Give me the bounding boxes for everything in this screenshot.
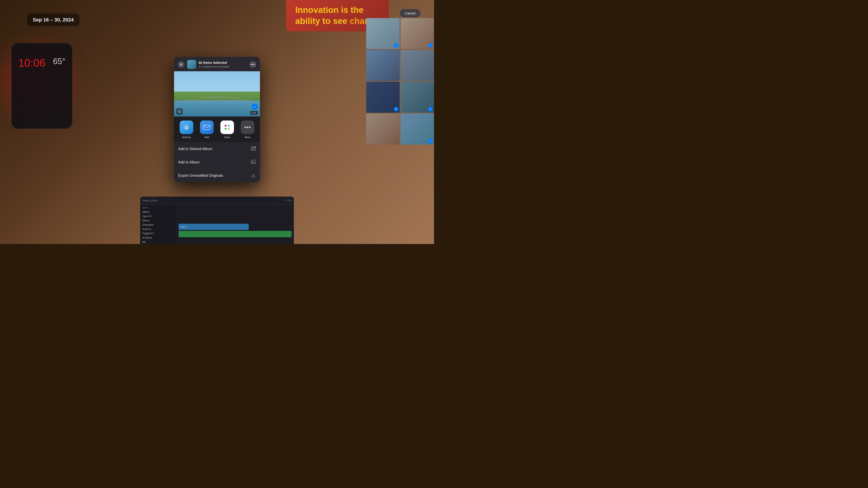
right-photo-8: ✓ [401,113,434,144]
check-badge-6: ✓ [428,107,433,111]
share-subtitle: ✦ Locations Are Included [198,65,247,68]
sidebar-2024s: 2024s [140,205,176,210]
share-header-info: 42 Items Selected ✦ Locations Are Includ… [184,60,250,69]
add-album-item[interactable]: Add to Album [174,156,260,169]
add-shared-album-icon [251,146,256,152]
share-preview-image: ✓ 0:11 [174,71,260,116]
more-label: More [245,136,250,138]
export-originals-label: Export Unmodified Originals [178,173,223,177]
svg-rect-4 [228,125,230,127]
close-button[interactable]: ✕ [178,61,184,68]
preview-water [174,101,260,116]
sidebar-audio-fx[interactable]: Audio Fx [140,227,176,231]
preview-scene [174,71,260,116]
svg-rect-2 [204,125,210,129]
export-originals-item[interactable]: Export Unmodified Originals [174,169,260,182]
check-badge-2: ✓ [428,43,433,48]
svg-rect-3 [225,125,226,127]
innovation-line1: Innovation is the [295,4,380,15]
add-album-label: Add to Album [178,160,199,164]
video-editor-main: Audio 1 [176,205,294,244]
check-badge-5: ✓ [394,107,398,111]
video-editor-title: Final Cut Pro [143,199,157,202]
right-photo-5: ✓ [366,82,400,113]
airdrop-action[interactable]: AirDrop [179,121,194,138]
right-photo-3 [366,50,400,81]
timeline-audio-track: Audio 1 [179,224,249,230]
svg-rect-5 [225,128,226,130]
check-badge-8: ✓ [428,139,433,143]
more-options-button[interactable]: ••• [250,61,256,68]
svg-point-14 [252,161,253,162]
slack-icon [220,121,234,134]
video-editor-header: Final Cut Pro 7 Clip [140,197,294,205]
preview-3d-icon [176,108,183,115]
sidebar-open-fx[interactable]: Open FX [140,214,176,219]
mail-label: Mail [205,136,209,138]
sidebar-generators[interactable]: Generators [140,223,176,227]
mail-action[interactable]: Mail [199,121,215,138]
right-photo-4 [401,50,434,81]
preview-duration: 0:11 [250,111,258,115]
svg-point-11 [252,148,253,149]
right-photo-7 [366,113,400,144]
device-overlay: 10:06 65° [11,43,72,129]
device-time: 10:06 [18,57,45,69]
share-actions-row: AirDrop Mail Slack [174,116,260,142]
airdrop-label: AirDrop [182,136,191,138]
video-editor-timecode: 7 Clip [285,199,291,202]
slack-label: Slack [224,136,230,138]
sidebar-ai-effects[interactable]: AI Effects [140,236,176,240]
share-header-titles: 42 Items Selected ✦ Locations Are Includ… [198,61,247,68]
share-title: 42 Items Selected [198,61,247,65]
more-action[interactable]: More [240,121,255,138]
add-shared-album-item[interactable]: Add to Shared Album [174,142,260,156]
share-header: ✕ 42 Items Selected ✦ Locations Are Incl… [174,57,260,71]
svg-point-8 [247,127,248,128]
share-sheet: ✕ 42 Items Selected ✦ Locations Are Incl… [174,57,260,182]
svg-point-9 [249,127,251,128]
sidebar-fairlight-fx[interactable]: Fairlight FX [140,231,176,236]
date-text: Sep 16 – 30, 2024 [33,17,74,23]
mail-icon [200,121,214,134]
video-editor-body: 2024s Effects Open FX Effects Generators… [140,205,294,244]
cancel-button[interactable]: Cancel [400,9,421,18]
add-shared-album-label: Add to Shared Album [178,147,212,151]
svg-point-7 [245,127,246,128]
video-editor: Final Cut Pro 7 Clip 2024s Effects Open … [140,197,294,244]
right-photo-2: ✓ [401,18,434,49]
slack-action[interactable]: Slack [219,121,235,138]
right-photos-panel: ✓ ✓ ✓ ✓ ✓ [366,18,434,144]
sidebar-effects[interactable]: Effects [140,210,176,214]
date-panel: Sep 16 – 30, 2024 [27,13,79,26]
more-icon [241,121,254,134]
export-originals-icon [251,173,256,178]
video-editor-sidebar: 2024s Effects Open FX Effects Generators… [140,205,176,244]
share-thumbnail [187,60,196,69]
right-photo-6: ✓ [401,82,434,113]
airdrop-icon [180,121,193,134]
right-photo-1: ✓ [366,18,400,49]
preview-check-badge: ✓ [252,104,258,109]
device-temp: 65° [53,57,65,66]
timeline-video-track [179,231,291,237]
sidebar-mix[interactable]: Mix [140,240,176,244]
add-album-icon [251,159,256,165]
check-badge-1: ✓ [394,43,398,48]
share-list: Add to Shared Album Add to Album [174,142,260,182]
sidebar-effects-2[interactable]: Effects [140,219,176,223]
svg-rect-6 [228,128,230,130]
